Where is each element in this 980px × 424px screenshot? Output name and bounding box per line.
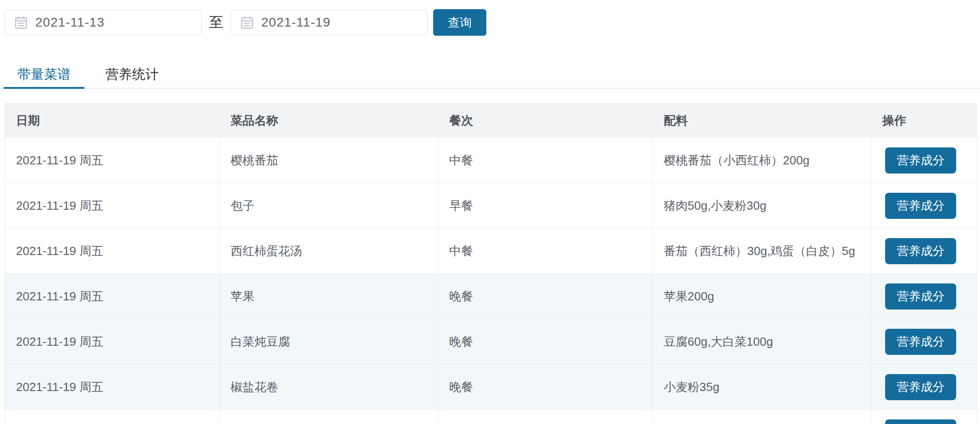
table-row: 2021-11-19 周五 苹果 晚餐 苹果200g 营养成分 (5, 274, 977, 319)
cell-date: 2021-11-19 周五 (5, 319, 220, 364)
nutrition-facts-button[interactable]: 营养成分 (885, 283, 956, 310)
table-row: 营养成分 (5, 410, 977, 424)
nutrition-facts-button[interactable]: 营养成分 (885, 374, 956, 400)
cell-actions: 营养成分 (871, 274, 977, 319)
cell-meal: 晚餐 (438, 319, 653, 364)
tab-quantified-menu[interactable]: 带量菜谱 (4, 60, 84, 88)
nutrition-facts-button[interactable]: 营养成分 (885, 419, 956, 424)
cell-meal: 早餐 (438, 183, 653, 228)
date-range-separator: 至 (209, 10, 223, 35)
cell-meal: 晚餐 (438, 274, 653, 319)
cell-dish-name: 包子 (220, 183, 438, 228)
cell-date: 2021-11-19 周五 (5, 138, 220, 183)
calendar-icon (240, 15, 254, 30)
column-header-dish-name: 菜品名称 (220, 103, 438, 137)
table-body: 2021-11-19 周五 樱桃番茄 中餐 樱桃番茄（小西红柿）200g 营养成… (5, 138, 977, 424)
column-header-actions: 操作 (871, 103, 977, 137)
cell-actions: 营养成分 (871, 138, 977, 183)
start-date-input[interactable]: 2021-11-13 (5, 10, 202, 35)
cell-actions: 营养成分 (871, 183, 977, 228)
start-date-value: 2021-11-13 (35, 15, 105, 30)
cell-date: 2021-11-19 周五 (5, 274, 220, 319)
cell-actions: 营养成分 (871, 319, 977, 364)
cell-meal: 中餐 (438, 228, 653, 273)
cell-dish-name: 白菜炖豆腐 (220, 319, 438, 364)
date-filter-bar: 2021-11-13 至 2021-11-19 查询 (5, 9, 486, 36)
cell-dish-name: 樱桃番茄 (220, 138, 438, 183)
end-date-value: 2021-11-19 (261, 15, 330, 30)
cell-ingredients: 猪肉50g,小麦粉30g (653, 183, 871, 228)
cell-meal (438, 410, 653, 424)
cell-dish-name: 椒盐花卷 (220, 364, 438, 409)
table-row: 2021-11-19 周五 椒盐花卷 晚餐 小麦粉35g 营养成分 (5, 364, 977, 410)
nutrition-facts-button[interactable]: 营养成分 (885, 329, 956, 355)
query-button[interactable]: 查询 (433, 9, 486, 36)
cell-ingredients: 豆腐60g,大白菜100g (653, 319, 871, 364)
cell-dish-name: 西红柿蛋花汤 (220, 228, 438, 273)
column-header-meal: 餐次 (438, 103, 653, 137)
cell-actions: 营养成分 (871, 228, 977, 273)
cell-date: 2021-11-19 周五 (5, 228, 220, 273)
table-row: 2021-11-19 周五 樱桃番茄 中餐 樱桃番茄（小西红柿）200g 营养成… (5, 138, 977, 183)
cell-ingredients: 番茄（西红柿）30g,鸡蛋（白皮）5g (653, 228, 871, 273)
tab-nutrition-statistics[interactable]: 营养统计 (92, 60, 172, 88)
nutrition-facts-button[interactable]: 营养成分 (885, 147, 956, 174)
cell-ingredients (653, 410, 871, 424)
nutrition-facts-button[interactable]: 营养成分 (885, 193, 956, 219)
cell-date: 2021-11-19 周五 (5, 364, 220, 409)
calendar-icon (14, 15, 28, 30)
menu-table: 日期 菜品名称 餐次 配料 操作 2021-11-19 周五 樱桃番茄 中餐 樱… (5, 103, 977, 424)
table-row: 2021-11-19 周五 白菜炖豆腐 晚餐 豆腐60g,大白菜100g 营养成… (5, 319, 977, 364)
cell-actions: 营养成分 (871, 364, 977, 409)
cell-meal: 晚餐 (438, 364, 653, 409)
cell-ingredients: 小麦粉35g (653, 364, 871, 409)
cell-date (5, 410, 220, 424)
cell-dish-name (220, 410, 438, 424)
tab-bar: 带量菜谱 营养统计 (0, 60, 980, 89)
column-header-date: 日期 (5, 103, 220, 137)
table-row: 2021-11-19 周五 包子 早餐 猪肉50g,小麦粉30g 营养成分 (5, 183, 977, 228)
cell-ingredients: 樱桃番茄（小西红柿）200g (653, 138, 871, 183)
cell-ingredients: 苹果200g (653, 274, 871, 319)
end-date-input[interactable]: 2021-11-19 (231, 10, 428, 35)
column-header-ingredients: 配料 (653, 103, 871, 137)
table-row: 2021-11-19 周五 西红柿蛋花汤 中餐 番茄（西红柿）30g,鸡蛋（白皮… (5, 228, 977, 274)
cell-date: 2021-11-19 周五 (5, 183, 220, 228)
cell-dish-name: 苹果 (220, 274, 438, 319)
cell-actions: 营养成分 (871, 410, 977, 424)
nutrition-facts-button[interactable]: 营养成分 (885, 238, 956, 264)
cell-meal: 中餐 (438, 138, 653, 183)
table-header-row: 日期 菜品名称 餐次 配料 操作 (5, 103, 977, 138)
